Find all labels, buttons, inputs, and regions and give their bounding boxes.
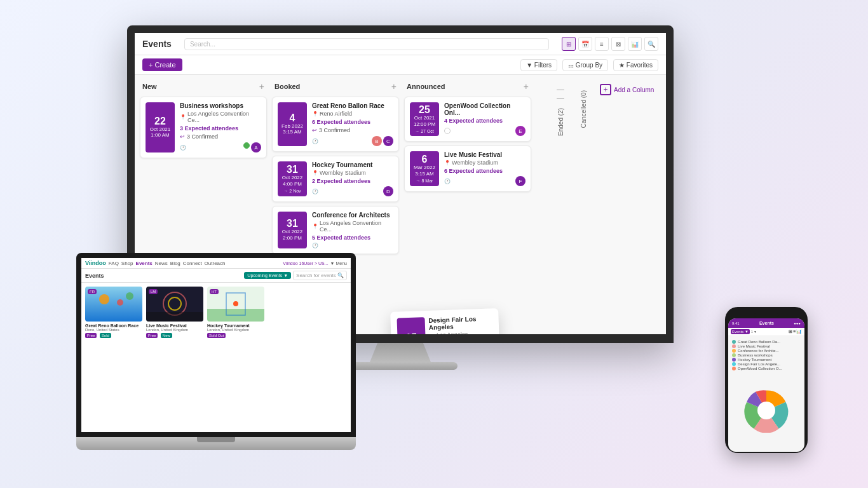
nav-events[interactable]: Events — [136, 261, 153, 266]
list-view-btn[interactable]: ≡ — [595, 37, 609, 51]
thumb-tag-reno2: Sold — [100, 333, 111, 338]
column-booked-add[interactable]: + — [391, 81, 397, 92]
collapse-icon-ended2: — — [557, 94, 564, 103]
phone-ui: 9:41 Events ●●● Events ▼ 1 ▼ ⊞ ≡ 📊 — [728, 318, 804, 452]
laptop-card-hockey[interactable]: HT Hockey Tournament London, United King… — [207, 287, 264, 428]
card-music[interactable]: 6 Mar 2022 3:15 AM → 8 Mar Live Music Fe… — [404, 146, 531, 192]
card-great-reno[interactable]: 4 Feb 2022 3:15 AM Great Reno Ballon Rac… — [272, 97, 399, 152]
legend-item-6: Design Fair Los Angele... — [732, 362, 801, 366]
card-content-conf: Conference for Architects 📍Los Angeles C… — [312, 212, 393, 248]
floating-card-design-fair[interactable]: 15 Feb 2022 3:00 PM → 22 Feb Design Fair… — [390, 308, 501, 334]
card-content-hockey: Hockey Tournament 📍Wembley Stadium 2 Exp… — [312, 161, 393, 196]
avatar-music: F — [515, 176, 526, 186]
search-icon-btn[interactable]: 🔍 — [644, 37, 658, 51]
filters-button[interactable]: ▼ Filters — [520, 59, 557, 71]
legend-item-4: Business workshops — [732, 353, 801, 357]
graph-view-btn[interactable]: 📊 — [628, 37, 642, 51]
favorites-button[interactable]: ★ Favorites — [613, 59, 658, 71]
phone-filter-events[interactable]: Events ▼ — [731, 329, 750, 334]
laptop-section-title: Events — [85, 273, 104, 279]
status-dot — [243, 142, 250, 149]
thumb-title-hockey: Hockey Tournament — [207, 323, 264, 328]
thumb-badge-reno: FR — [88, 289, 97, 294]
collapse-icon-ended: — — [557, 85, 564, 94]
add-col-icon: + — [600, 84, 611, 95]
avatar-group: A — [243, 142, 261, 152]
column-ended-collapsed[interactable]: — — Ended (2) — [552, 80, 569, 329]
floating-card-inner: 15 Feb 2022 3:00 PM → 22 Feb Design Fair… — [397, 315, 494, 334]
phone-view2[interactable]: ≡ — [793, 329, 796, 334]
nav-faq[interactable]: FAQ — [109, 261, 119, 266]
svg-point-2 — [117, 299, 123, 306]
clock-icon-hockey: 🕐 — [312, 189, 318, 194]
legend-dot-3 — [732, 349, 736, 353]
column-cancelled-collapsed[interactable]: Cancelled (0) — [574, 80, 592, 329]
card-content-bw: Business workshops 📍Los Angeles Conventi… — [180, 102, 261, 152]
pivot-view-btn[interactable]: ⊠ — [611, 37, 625, 51]
phone-screen-wrap: 9:41 Events ●●● Events ▼ 1 ▼ ⊞ ≡ 📊 — [725, 307, 808, 453]
pie-chart — [732, 373, 801, 448]
search-bar[interactable]: Search... — [184, 38, 549, 50]
column-announced-add[interactable]: + — [524, 81, 529, 92]
clock-icon: 🕐 — [180, 145, 186, 151]
card-conference[interactable]: 31 Oct 2022 2:00 PM Conference for Archi… — [272, 206, 399, 254]
nav-outreach[interactable]: Outreach — [205, 261, 226, 266]
card-openwood[interactable]: 25 Oct 2021 12:00 PM → 27 Oct OpenWood C… — [404, 97, 531, 142]
phone-notch — [754, 313, 779, 317]
phone-signal: ●●● — [794, 322, 801, 325]
nav-news[interactable]: News — [155, 261, 168, 266]
create-button[interactable]: + Create — [142, 58, 182, 71]
phone-view3[interactable]: 📊 — [796, 329, 802, 334]
card-hockey[interactable]: 31 Oct 2022 4:00 PM → 2 Nov Hockey Tourn… — [272, 156, 399, 202]
laptop-search[interactable]: Search for events 🔍 — [293, 271, 347, 280]
laptop-notch — [197, 437, 235, 442]
column-announced-title: Announced — [407, 83, 445, 90]
laptop-card-music[interactable]: LM Live Music Festival London, United Ki… — [146, 287, 203, 428]
thumb-badge-music: LM — [149, 289, 158, 294]
status-dot-ow — [444, 128, 451, 134]
nav-shop[interactable]: Shop — [121, 261, 133, 266]
laptop-ui: Viindoo FAQ Shop Events News Blog Connec… — [81, 258, 351, 432]
column-new-add[interactable]: + — [259, 81, 264, 92]
date-badge-conf: 31 Oct 2022 2:00 PM — [278, 212, 307, 248]
svg-point-11 — [233, 301, 238, 306]
phone-toolbar: Events ▼ 1 ▼ ⊞ ≡ 📊 — [728, 328, 804, 336]
view-icons: ⊞ 📅 ≡ ⊠ 📊 🔍 — [562, 37, 658, 51]
thumb-loc-hockey: London, United Kingdom — [207, 328, 264, 332]
legend-dot-2 — [732, 344, 736, 348]
phone-chart-container: Great Reno Balloon Ra... Live Music Fest… — [728, 336, 804, 452]
column-booked-title: Booked — [275, 83, 300, 90]
collapsed-title-ended: Ended (2) — [557, 108, 564, 136]
legend-dot-7 — [732, 367, 736, 370]
card-content-ow: OpenWood Collection Onl... 4 Expected at… — [444, 102, 526, 136]
legend-item-1: Great Reno Balloon Ra... — [732, 340, 801, 344]
phone-title: Events — [759, 321, 774, 325]
clock-icon-conf: 🕐 — [312, 243, 318, 248]
thumb-tag-music2: New — [161, 333, 172, 338]
add-column-button[interactable]: + Add a Column — [597, 81, 656, 98]
laptop-card-reno[interactable]: FR Great Reno Balloon Race Reno, United … — [85, 287, 142, 428]
thumb-img-music: LM — [146, 287, 203, 322]
column-new-header: New + — [140, 80, 267, 93]
nav-blog[interactable]: Blog — [170, 261, 180, 266]
search-placeholder: Search... — [190, 41, 215, 48]
date-badge-music: 6 Mar 2022 3:15 AM → 8 Mar — [410, 151, 439, 186]
date-badge-ow: 25 Oct 2021 12:00 PM → 27 Oct — [410, 102, 439, 136]
menu-link[interactable]: ▼ Menu — [330, 261, 347, 266]
pie-center — [757, 402, 775, 419]
laptop-upcoming-btn[interactable]: Upcoming Events ▼ — [244, 272, 291, 279]
calendar-view-btn[interactable]: 📅 — [578, 37, 592, 51]
card-business-workshops[interactable]: 22 Oct 2021 1:00 AM Business workshops 📍… — [140, 97, 267, 158]
avatar-hockey: D — [383, 186, 393, 196]
nav-connect[interactable]: Connect — [183, 261, 202, 266]
laptop-screen: Viindoo FAQ Shop Events News Blog Connec… — [76, 253, 356, 437]
viindoo-user-link[interactable]: Viindoo 16User > US... — [283, 261, 328, 266]
group-by-button[interactable]: ⚏ Group By — [562, 59, 608, 71]
legend-dot-6 — [732, 362, 736, 366]
phone-view-icons: ⊞ ≡ 📊 — [789, 329, 802, 334]
monitor-stand — [362, 343, 438, 362]
kanban-view-btn[interactable]: ⊞ — [562, 37, 576, 51]
phone-view1[interactable]: ⊞ — [789, 329, 792, 334]
laptop-nav: FAQ Shop Events News Blog Connect Outrea… — [109, 261, 226, 266]
svg-rect-7 — [146, 312, 203, 322]
